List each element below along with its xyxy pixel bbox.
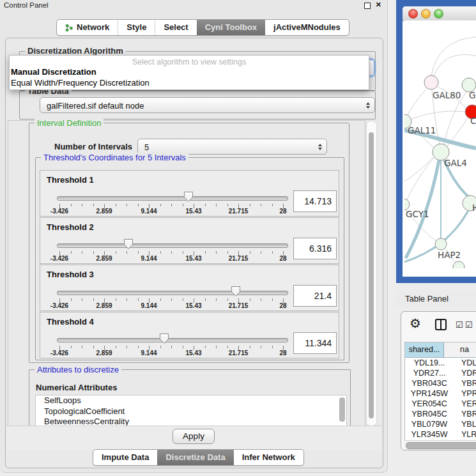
algorithm-option-equal-width[interactable]: Equal Width/Frequency Discretization	[10, 77, 369, 88]
table-cell[interactable]: YPR145W	[405, 388, 454, 399]
tab-infer-network[interactable]: Infer Network	[234, 450, 303, 465]
network-node-label: H	[472, 203, 476, 213]
table-row[interactable]: YER054CYER0	[405, 399, 476, 409]
network-node[interactable]	[435, 238, 447, 250]
column-header-shared-name[interactable]: shared...	[405, 342, 444, 357]
table-hscrollbar-thumb[interactable]	[406, 442, 476, 449]
slider-tick-label: 15.43	[185, 255, 201, 262]
table-horizontal-scrollbar[interactable]	[404, 440, 476, 449]
slider-thumb[interactable]	[231, 286, 241, 300]
column-header-name[interactable]: na	[444, 342, 476, 357]
tab-discretize-data[interactable]: Discretize Data	[157, 450, 233, 465]
minimize-traffic-light-icon[interactable]	[421, 9, 431, 19]
settings-vertical-scrollbar[interactable]	[366, 121, 377, 426]
interval-definition-group-title: Interval Definition	[35, 118, 104, 128]
threshold-4-value-field[interactable]: 11.344	[293, 332, 337, 354]
threshold-2-panel: Threshold 2 -3.4262.8599.14415.4321.7152…	[40, 217, 339, 264]
control-panel-titlebar[interactable]: Control Panel ✕	[0, 0, 387, 11]
network-node[interactable]	[453, 261, 464, 268]
threshold-1-panel: Threshold 1 -3.4262.8599.14415.4321.7152…	[40, 170, 339, 217]
table-data-combobox-stepper[interactable]	[366, 102, 370, 109]
table-row[interactable]: YPR145WYPR1	[405, 388, 476, 399]
network-node-label: HAP2	[438, 250, 461, 260]
slider-thumb[interactable]	[159, 333, 169, 347]
tab-select[interactable]: Select	[155, 20, 196, 35]
tab-impute-data[interactable]: Impute Data	[93, 450, 157, 465]
list-item[interactable]: SelfLoops	[36, 395, 346, 406]
slider-tick-label: 21.715	[229, 349, 249, 357]
float-icon[interactable]	[364, 3, 371, 9]
table-cell[interactable]: YLR345W	[405, 429, 454, 440]
close-traffic-light-icon[interactable]	[408, 9, 418, 19]
num-intervals-stepper[interactable]	[318, 144, 322, 150]
table-row[interactable]: YLR345WYLR3	[405, 429, 476, 440]
table-cell[interactable]: YLR3	[454, 429, 476, 440]
checkbox-icon[interactable]: ☑	[465, 321, 473, 329]
settings-scrollbar-thumb[interactable]	[369, 132, 374, 418]
tab-cyni-toolbox[interactable]: Cyni Toolbox	[197, 20, 265, 35]
table-row[interactable]: YDL19...YDL1	[405, 358, 476, 368]
control-panel-title: Control Panel	[4, 1, 49, 9]
slider-thumb[interactable]	[123, 238, 134, 252]
table-cell[interactable]: YBR043C	[405, 378, 454, 388]
tab-jactivemnodules[interactable]: jActiveMNodules	[265, 20, 349, 35]
network-edge[interactable]	[431, 37, 476, 76]
slider-thumb[interactable]	[183, 191, 194, 205]
table-cell[interactable]: YBR0	[454, 378, 476, 388]
table-cell[interactable]: YDR2	[454, 368, 476, 378]
gear-icon[interactable]: ⚙	[410, 317, 421, 330]
table-cell[interactable]: YBR045C	[405, 409, 454, 419]
table-cell[interactable]: YBL0	[454, 419, 476, 429]
slider-tick-label: 9.144	[141, 349, 157, 357]
table-cell[interactable]: YDL19...	[405, 358, 454, 368]
zoom-traffic-light-icon[interactable]	[434, 9, 443, 19]
threshold-1-value-field[interactable]: 14.713	[293, 190, 337, 212]
table-cell[interactable]: YDL1	[454, 358, 476, 368]
network-canvas[interactable]: GAL80GACGAL11GAL4GCY1HHAP2	[404, 20, 476, 268]
table-cell[interactable]: YBR0	[454, 409, 476, 419]
network-node-label: GAL11	[408, 125, 436, 135]
list-item[interactable]: TopologicalCoefficient	[36, 406, 346, 417]
slider-tick-label: -3.426	[50, 208, 68, 215]
discretization-algorithm-group-title: Discretization Algorithm	[25, 46, 126, 56]
threshold-4-panel: Threshold 4 -3.4262.8599.14415.4321.7152…	[40, 312, 339, 358]
table-cell[interactable]: YER054C	[405, 399, 454, 409]
table-row[interactable]: YBR045CYBR0	[405, 409, 476, 419]
table-row[interactable]: YBR043CYBR0	[405, 378, 476, 388]
network-node-label: GCY1	[406, 209, 429, 219]
threshold-3-value-field[interactable]: 21.4	[293, 285, 337, 307]
table-cell[interactable]: YPR1	[454, 388, 476, 399]
close-icon[interactable]: ✕	[376, 1, 381, 9]
tab-network[interactable]: Network	[57, 20, 118, 35]
network-edge[interactable]	[408, 88, 427, 115]
network-node-label: GAL4	[444, 158, 467, 168]
threshold-2-value-field[interactable]: 6.316	[293, 238, 337, 259]
algorithm-dropdown-popup: Select algorithm to view settings Manual…	[9, 55, 369, 90]
network-node[interactable]	[424, 75, 438, 89]
table-data-combobox[interactable]: galFiltered.sif default node	[40, 97, 375, 113]
threshold-3-panel: Threshold 3 -3.4262.8599.14415.4321.7152…	[40, 265, 339, 311]
split-columns-icon[interactable]	[435, 319, 447, 330]
table-row[interactable]: YBL079WYBL0	[405, 419, 476, 429]
table-panel-titlebar[interactable]: Table Panel	[396, 290, 476, 307]
checkbox-icon[interactable]: ☑	[456, 321, 463, 329]
table-cell[interactable]: YER0	[454, 399, 476, 409]
apply-button[interactable]: Apply	[173, 429, 215, 444]
slider-tick-label: 28	[279, 208, 286, 215]
table-cell[interactable]: YDR27...	[405, 368, 454, 378]
table-rows: YDL19...YDL1YDR27...YDR2YBR043CYBR0YPR14…	[405, 358, 476, 441]
numerical-attributes-list[interactable]: SelfLoops TopologicalCoefficient Between…	[35, 395, 347, 427]
slider-tick-label: 9.144	[141, 208, 157, 215]
attributes-list-scrollbar[interactable]	[339, 397, 345, 422]
numerical-attributes-label: Numerical Attributes	[36, 383, 117, 392]
tab-cyni-toolbox-label: Cyni Toolbox	[205, 20, 257, 35]
network-edge[interactable]	[411, 111, 465, 119]
table-cell[interactable]: YBL079W	[405, 419, 454, 429]
table-row[interactable]: YDR27...YDR2	[405, 368, 476, 378]
thresholds-group-title: Threshold's Coordinates for 5 Intervals	[41, 153, 188, 162]
algorithm-option-manual[interactable]: Manual Discretization	[10, 66, 369, 77]
network-window-titlebar[interactable]	[403, 6, 476, 21]
tab-style[interactable]: Style	[118, 20, 155, 35]
top-tabbar: Network Style Select Cyni Toolbox jActiv…	[56, 19, 349, 36]
network-edge[interactable]	[434, 54, 476, 77]
